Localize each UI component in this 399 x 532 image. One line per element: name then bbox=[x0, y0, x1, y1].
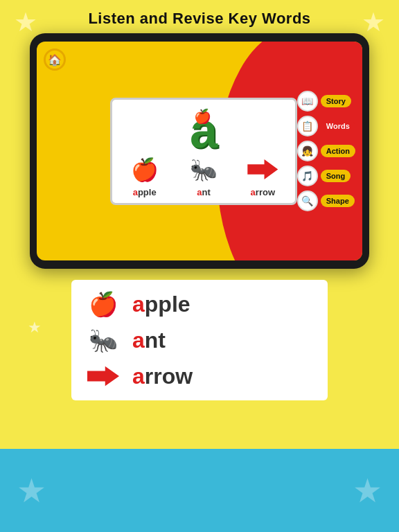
wc-apple-word: apple bbox=[132, 292, 190, 317]
story-label: Story bbox=[321, 95, 351, 107]
arrow-first-letter: a bbox=[251, 187, 256, 197]
story-icon: 📖 bbox=[297, 91, 318, 112]
action-label: Action bbox=[321, 145, 355, 157]
wc-apple-first: a bbox=[132, 292, 145, 317]
page-title: Listen and Revise Key Words bbox=[0, 0, 399, 33]
wc-apple-icon: 🍎 bbox=[85, 288, 121, 320]
word-images-row: 🍎 apple 🐜 ant bbox=[118, 155, 290, 197]
wc-ant-first: a bbox=[132, 328, 145, 353]
wc-apple-rest: pple bbox=[145, 292, 190, 317]
shape-icon: 🔍 bbox=[297, 190, 318, 211]
word-card-arrow: arrow bbox=[85, 360, 314, 392]
bottom-star-left-icon: ★ bbox=[17, 471, 46, 510]
wc-arrow-first: a bbox=[132, 364, 145, 389]
menu-item-words[interactable]: 📋 Words bbox=[297, 116, 355, 136]
bottom-star-right-icon: ★ bbox=[353, 471, 382, 510]
ant-label: ant bbox=[197, 187, 211, 197]
wc-arrow-icon bbox=[85, 360, 121, 392]
word-item-apple: 🍎 apple bbox=[127, 155, 163, 197]
word-card-apple: 🍎 apple bbox=[85, 288, 314, 320]
menu-item-action[interactable]: 👧 Action bbox=[297, 141, 355, 161]
words-icon: 📋 bbox=[297, 116, 318, 136]
wc-arrow-shape bbox=[87, 364, 119, 388]
words-label: Words bbox=[321, 120, 355, 132]
word-cards-panel: 🍎 apple 🐜 ant arrow bbox=[71, 280, 328, 400]
wc-arrow-word: arrow bbox=[132, 364, 193, 389]
letter-card: a 🍎 🍎 apple 🐜 ant bbox=[110, 98, 297, 205]
song-icon: 🎵 bbox=[297, 166, 318, 186]
action-icon: 👧 bbox=[297, 141, 318, 161]
ant-first-letter: a bbox=[197, 187, 202, 197]
ant-icon: 🐜 bbox=[186, 155, 222, 184]
tablet-screen: 🏠 a 🍎 🍎 apple 🐜 bbox=[37, 42, 362, 260]
arrow-icon bbox=[245, 155, 281, 184]
word-item-ant: 🐜 ant bbox=[186, 155, 222, 197]
tablet-device: 🏠 a 🍎 🍎 apple 🐜 bbox=[30, 33, 369, 269]
arrow-label: arrow bbox=[251, 187, 275, 197]
apple-icon: 🍎 bbox=[127, 155, 163, 184]
side-menu: 📖 Story 📋 Words 👧 Action 🎵 Song 🔍 Shape bbox=[297, 91, 355, 211]
apple-first-letter: a bbox=[133, 187, 138, 197]
apple-face-icon: 🍎 bbox=[194, 108, 211, 125]
wc-ant-icon: 🐜 bbox=[85, 324, 121, 356]
menu-item-song[interactable]: 🎵 Song bbox=[297, 166, 355, 186]
song-label: Song bbox=[321, 170, 351, 182]
arrow-shape bbox=[247, 157, 278, 182]
menu-item-shape[interactable]: 🔍 Shape bbox=[297, 190, 355, 211]
word-item-arrow: arrow bbox=[245, 155, 281, 197]
home-button[interactable]: 🏠 bbox=[44, 48, 66, 71]
word-card-ant: 🐜 ant bbox=[85, 324, 314, 356]
wc-ant-rest: nt bbox=[145, 328, 166, 353]
bottom-section: ★ ★ bbox=[0, 449, 399, 532]
wc-arrow-rest: rrow bbox=[145, 364, 193, 389]
apple-label: apple bbox=[133, 187, 157, 197]
shape-label: Shape bbox=[321, 195, 355, 207]
wc-ant-word: ant bbox=[132, 328, 166, 353]
menu-item-story[interactable]: 📖 Story bbox=[297, 91, 355, 112]
